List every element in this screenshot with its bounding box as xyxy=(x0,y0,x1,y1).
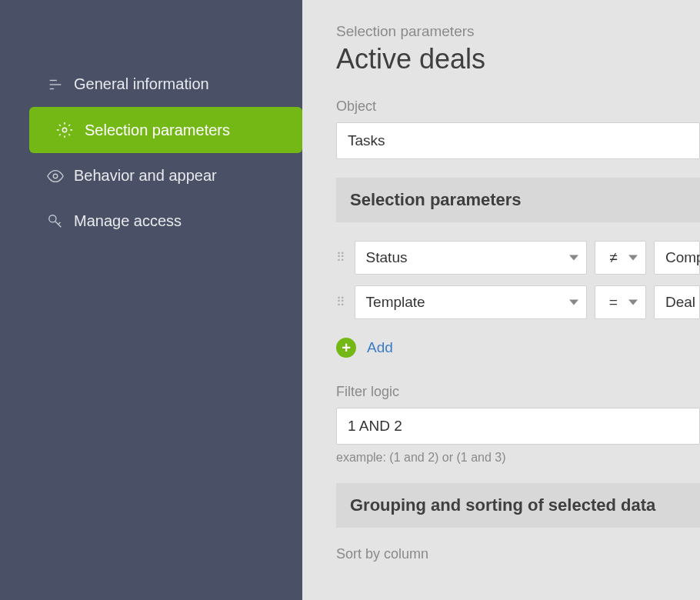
filter-logic-label: Filter logic xyxy=(336,384,700,400)
caret-down-icon xyxy=(628,249,638,266)
filter-value-text: Deal xyxy=(665,294,695,311)
drag-handle-icon[interactable]: ⠿ xyxy=(336,299,347,305)
sidebar-item-label: Selection parameters xyxy=(85,122,230,139)
page-title: Active deals xyxy=(336,43,700,75)
object-input[interactable]: Tasks xyxy=(336,122,700,159)
filter-operator-select[interactable]: = xyxy=(595,285,646,319)
filter-value-text: Comp xyxy=(665,249,700,266)
section-header-grouping: Grouping and sorting of selected data xyxy=(336,483,700,528)
sidebar-item-label: Behavior and appear xyxy=(74,167,217,185)
sort-by-label: Sort by column xyxy=(336,546,700,562)
caret-down-icon xyxy=(569,294,578,311)
add-label: Add xyxy=(367,339,393,356)
plus-icon: + xyxy=(336,338,356,358)
filter-value-select[interactable]: Deal xyxy=(654,285,700,319)
svg-line-7 xyxy=(58,222,61,224)
filter-operator-value: ≠ xyxy=(609,249,617,266)
sidebar-item-label: General information xyxy=(74,75,209,93)
main-content: Selection parameters Active deals Object… xyxy=(302,0,700,600)
sidebar-item-general-info[interactable]: General information xyxy=(18,62,284,107)
eye-icon xyxy=(46,167,65,185)
sidebar-item-label: Manage access xyxy=(74,212,182,230)
caret-down-icon xyxy=(628,294,638,311)
object-label: Object xyxy=(336,98,700,115)
filter-field-select[interactable]: Status xyxy=(355,241,587,275)
add-filter-button[interactable]: + Add xyxy=(336,338,700,358)
filter-value-select[interactable]: Comp xyxy=(654,241,700,275)
filter-row: ⠿ Template = Deal xyxy=(336,285,700,319)
filter-field-select[interactable]: Template xyxy=(355,285,587,319)
gear-icon xyxy=(55,121,74,139)
filter-logic-input[interactable]: 1 AND 2 xyxy=(336,408,700,445)
filter-field-value: Status xyxy=(366,249,408,266)
caret-down-icon xyxy=(569,249,578,266)
filter-field-value: Template xyxy=(366,294,425,311)
svg-point-3 xyxy=(62,128,67,132)
sidebar: General information Selection parameters… xyxy=(0,0,302,600)
filter-row: ⠿ Status ≠ Comp xyxy=(336,241,700,275)
key-icon xyxy=(46,212,65,231)
filter-operator-value: = xyxy=(609,294,618,311)
sidebar-item-selection-parameters[interactable]: Selection parameters xyxy=(29,107,302,153)
list-icon xyxy=(46,75,65,94)
sidebar-item-behavior-appear[interactable]: Behavior and appear xyxy=(18,153,284,198)
filter-operator-select[interactable]: ≠ xyxy=(595,241,646,275)
breadcrumb: Selection parameters xyxy=(336,23,700,40)
drag-handle-icon[interactable]: ⠿ xyxy=(336,255,347,261)
filter-logic-example: example: (1 and 2) or (1 and 3) xyxy=(336,451,700,465)
svg-point-4 xyxy=(53,174,58,178)
section-header-selection: Selection parameters xyxy=(336,178,700,222)
sidebar-item-manage-access[interactable]: Manage access xyxy=(18,198,284,244)
svg-point-5 xyxy=(49,215,56,222)
